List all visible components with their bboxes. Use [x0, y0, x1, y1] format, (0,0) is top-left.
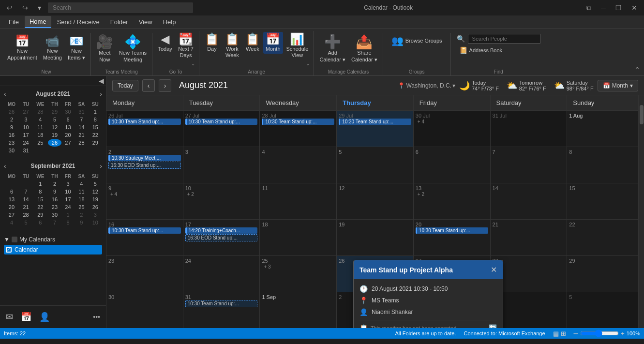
mini-cal-day[interactable]: 15 — [32, 195, 48, 203]
mini-cal-day[interactable]: 6 — [61, 116, 75, 123]
mini-cal-day[interactable]: 22 — [32, 203, 48, 211]
mini-cal-day[interactable]: 29 — [89, 139, 102, 147]
my-calendars-header[interactable]: ▼ My Calendars — [4, 236, 102, 243]
cal-cell[interactable]: 28 Jul 10:30 Team Stand up:... — [260, 111, 337, 147]
mini-cal-sep-prev[interactable]: ‹ — [4, 162, 6, 170]
new-appointment-btn[interactable]: 📅 NewAppointment — [5, 34, 40, 62]
mini-cal-day[interactable]: 5 — [19, 219, 32, 226]
mini-cal-day[interactable]: 11 — [75, 188, 88, 195]
browse-groups-btn[interactable]: 👥 Browse Groups — [389, 34, 445, 47]
mini-cal-day[interactable]: 3 — [19, 116, 32, 123]
cal-cell[interactable]: 12 — [337, 183, 414, 219]
cal-cell[interactable]: 21 — [491, 220, 568, 255]
schedule-view-btn[interactable]: 📊 ScheduleView — [284, 32, 311, 60]
cal-cell[interactable]: 13 + 2 — [414, 183, 491, 219]
mini-cal-today[interactable]: 26 — [48, 139, 61, 147]
mini-cal-day[interactable]: 11 — [32, 123, 48, 131]
mini-cal-day[interactable]: 5 — [89, 180, 102, 188]
mini-cal-sep-next[interactable]: › — [100, 162, 102, 170]
cal-cell[interactable]: 9 + 4 — [106, 183, 183, 219]
menu-home[interactable]: Home — [25, 16, 51, 28]
cal-cell[interactable]: 3 — [183, 147, 260, 183]
cal-cell[interactable]: 27 Jul 10:30 Team Stand up:... — [183, 111, 260, 147]
ribbon-collapse-btn[interactable]: ⌃ — [634, 66, 640, 74]
cal-cell[interactable]: 23 — [106, 256, 183, 292]
calendar-item-selected[interactable]: ✓ Calendar — [4, 245, 102, 254]
statusbar-grid-view-btn[interactable]: ⊞ — [561, 330, 566, 337]
mini-cal-day[interactable]: 31 — [19, 147, 32, 154]
today-btn-ribbon[interactable]: ◀ Today — [155, 32, 175, 54]
mini-cal-day[interactable]: 14 — [19, 195, 32, 203]
cal-prev-btn[interactable]: ‹ — [142, 79, 155, 92]
mini-cal-day[interactable]: 21 — [75, 131, 88, 139]
cal-cell[interactable]: 2 10:30 Strategy Meet:... 16:30 EOD Stan… — [106, 147, 183, 183]
mini-cal-day[interactable]: 19 — [89, 195, 102, 203]
week-view-btn[interactable]: 📋 Week — [243, 32, 262, 54]
cal-cell-today[interactable]: 29 Jul 10:30 Team Stand up:... — [337, 111, 414, 147]
cal-event[interactable]: 10:30 Team Stand up:... — [339, 119, 411, 125]
address-book-btn[interactable]: 📔 Address Book — [457, 45, 505, 55]
cal-cell[interactable]: 26 Jul 10:30 Team Stand up:... — [106, 111, 183, 147]
mini-cal-day[interactable]: 2 — [48, 180, 61, 188]
customize-btn[interactable]: ▾ — [35, 3, 44, 13]
mini-cal-day[interactable]: 5 — [48, 116, 61, 123]
mini-cal-day[interactable]: 26 — [4, 108, 19, 116]
today-btn[interactable]: Today — [112, 80, 138, 91]
cal-event[interactable]: 10:30 Strategy Meet:... — [108, 155, 181, 161]
mini-cal-day[interactable]: 10 — [61, 188, 75, 195]
mini-cal-day[interactable]: 20 — [4, 203, 19, 211]
mini-cal-day[interactable]: 4 — [32, 116, 48, 123]
cal-cell[interactable]: 4 — [260, 147, 337, 183]
popup-close-btn[interactable]: ✕ — [491, 265, 497, 274]
zoom-out-btn[interactable]: ─ — [574, 330, 578, 337]
mini-cal-day[interactable]: 14 — [75, 123, 88, 131]
cal-cell[interactable]: 18 — [260, 220, 337, 255]
cal-more[interactable]: + 2 — [185, 191, 258, 197]
goto-expand[interactable]: ⌄ — [190, 60, 196, 67]
minimize-btn[interactable]: ─ — [598, 3, 609, 13]
new-meeting-btn[interactable]: 📹 NewMeeting — [41, 34, 64, 62]
cal-cell[interactable]: 14 — [491, 183, 568, 219]
mini-cal-day[interactable]: 16 — [48, 195, 61, 203]
mini-cal-day[interactable]: 13 — [61, 123, 75, 131]
mini-cal-day[interactable]: 17 — [19, 131, 32, 139]
nav-people-btn[interactable]: 👤 — [37, 310, 52, 324]
close-btn[interactable]: ✕ — [629, 3, 640, 13]
arrange-expand[interactable]: ⌄ — [305, 60, 311, 67]
mini-cal-day[interactable]: 29 — [32, 211, 48, 219]
cal-cell[interactable]: 5 — [567, 292, 644, 329]
mini-cal-day[interactable]: 18 — [32, 131, 48, 139]
mini-cal-day[interactable]: 2 — [75, 211, 88, 219]
mini-cal-day[interactable]: 28 — [32, 108, 48, 116]
mini-cal-day[interactable]: 23 — [48, 203, 61, 211]
mini-cal-day[interactable]: 12 — [48, 123, 61, 131]
sidebar-collapse-btn[interactable]: ◀ — [99, 77, 104, 85]
cal-more[interactable]: + 3 — [262, 264, 334, 270]
cal-event-dashed[interactable]: 16:30 EOD Stand up:... — [108, 162, 181, 169]
mini-cal-day[interactable]: 10 — [19, 123, 32, 131]
mini-cal-day[interactable]: 6 — [32, 219, 48, 226]
mini-cal-day[interactable]: 17 — [61, 195, 75, 203]
cal-cell[interactable]: 29 — [567, 256, 644, 292]
mini-cal-day[interactable]: 15 — [89, 123, 102, 131]
mini-cal-day[interactable]: 9 — [48, 188, 61, 195]
mini-cal-day[interactable]: 8 — [89, 116, 102, 123]
mini-cal-day[interactable]: 22 — [89, 131, 102, 139]
nav-mail-btn[interactable]: ✉ — [4, 310, 15, 324]
mini-cal-day[interactable]: 4 — [4, 219, 19, 226]
cal-cell[interactable]: 30 Jul + 4 — [414, 111, 491, 147]
mini-cal-day[interactable]: 20 — [61, 131, 75, 139]
mini-cal-day[interactable]: 12 — [89, 188, 102, 195]
mini-cal-day[interactable]: 3 — [89, 211, 102, 219]
mini-cal-day[interactable]: 8 — [61, 219, 75, 226]
meet-now-btn[interactable]: 🎥 MeetNow — [94, 34, 116, 64]
mini-cal-day[interactable]: 2 — [4, 116, 19, 123]
scrollbar[interactable] — [638, 95, 644, 328]
mini-cal-day[interactable]: 27 — [19, 108, 32, 116]
cal-event[interactable]: 10:30 Team Stand up:... — [185, 119, 258, 125]
mini-cal-day[interactable]: 9 — [75, 219, 88, 226]
cal-cell[interactable]: 24 — [183, 256, 260, 292]
mini-cal-day[interactable]: 9 — [4, 123, 19, 131]
next7days-btn[interactable]: 📆 Next 7Days — [176, 32, 196, 60]
month-view-btn[interactable]: 📅 Month — [263, 32, 283, 54]
